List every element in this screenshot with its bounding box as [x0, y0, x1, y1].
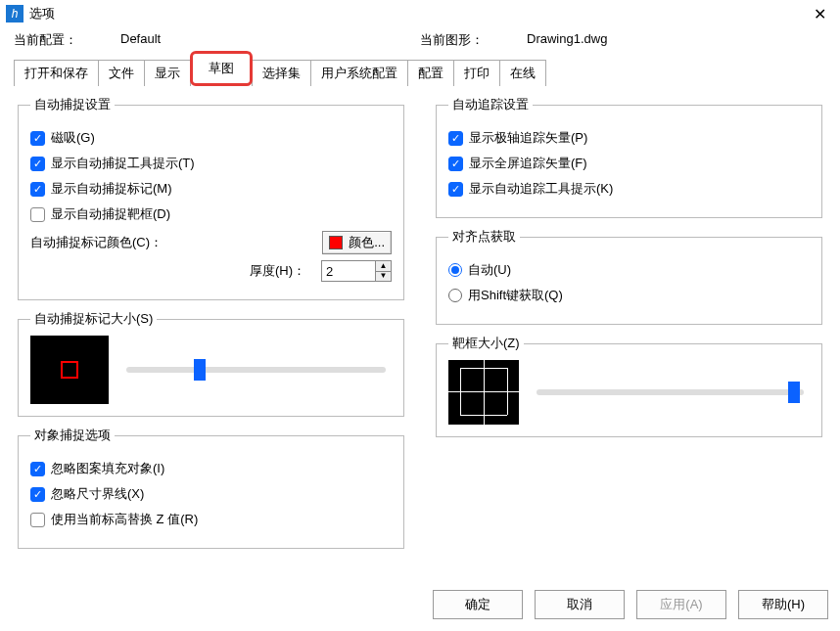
- ignore-dim-checkbox[interactable]: [30, 487, 45, 502]
- thickness-spinbox[interactable]: ▲▼: [321, 260, 392, 282]
- marker-preview-icon: [61, 361, 78, 379]
- thickness-down[interactable]: ▼: [376, 272, 391, 282]
- current-config-label: 当前配置：: [14, 31, 77, 49]
- marker-size-slider[interactable]: [126, 367, 386, 373]
- marker-size-preview: [30, 336, 109, 404]
- target-size-group: 靶框大小(Z): [436, 335, 822, 437]
- current-drawing-label: 当前图形：: [420, 31, 484, 49]
- tab-print[interactable]: 打印: [453, 60, 500, 86]
- window-title: 选项: [29, 5, 805, 23]
- fullscreen-track-label: 显示全屏追踪矢量(F): [469, 155, 587, 172]
- tab-open-save[interactable]: 打开和保存: [14, 60, 99, 86]
- thickness-up[interactable]: ▲: [376, 261, 391, 272]
- tab-sketch[interactable]: 草图: [190, 51, 253, 86]
- thickness-label: 厚度(H)：: [30, 262, 321, 280]
- help-button[interactable]: 帮助(H): [738, 590, 828, 619]
- elev-z-checkbox[interactable]: [30, 513, 45, 527]
- marker-size-thumb[interactable]: [194, 359, 206, 381]
- ignore-hatch-label: 忽略图案填充对象(I): [51, 460, 164, 477]
- autosnap-target-checkbox[interactable]: [30, 207, 45, 222]
- autotrack-legend: 自动追踪设置: [448, 96, 533, 113]
- ignore-hatch-checkbox[interactable]: [30, 462, 45, 476]
- target-size-preview: [448, 360, 519, 425]
- align-auto-radio[interactable]: [448, 263, 462, 277]
- marker-size-group: 自动捕捉标记大小(S): [18, 310, 404, 417]
- tab-online[interactable]: 在线: [499, 60, 546, 86]
- autosnap-marker-label: 显示自动捕捉标记(M): [51, 180, 172, 198]
- autotrack-group: 自动追踪设置 显示极轴追踪矢量(P) 显示全屏追踪矢量(F) 显示自动追踪工具提…: [436, 96, 822, 218]
- ok-button[interactable]: 确定: [433, 590, 523, 619]
- target-size-slider[interactable]: [537, 389, 804, 395]
- object-snap-group: 对象捕捉选项 忽略图案填充对象(I) 忽略尺寸界线(X) 使用当前标高替换 Z …: [18, 427, 404, 549]
- marker-color-button[interactable]: 颜色...: [322, 231, 392, 254]
- fullscreen-track-checkbox[interactable]: [448, 157, 463, 171]
- apply-button[interactable]: 应用(A): [636, 590, 726, 619]
- marker-color-label: 自动捕捉标记颜色(C)：: [30, 234, 322, 251]
- close-button[interactable]: ✕: [805, 2, 834, 25]
- autosnap-marker-checkbox[interactable]: [30, 182, 45, 197]
- tab-selection[interactable]: 选择集: [252, 60, 311, 86]
- align-shift-radio[interactable]: [448, 289, 462, 302]
- align-auto-label: 自动(U): [468, 261, 511, 279]
- autosnap-target-label: 显示自动捕捉靶框(D): [51, 205, 170, 223]
- autosnap-group: 自动捕捉设置 磁吸(G) 显示自动捕捉工具提示(T) 显示自动捕捉标记(M) 显…: [18, 96, 404, 300]
- align-shift-label: 用Shift键获取(Q): [468, 287, 563, 304]
- app-icon: h: [6, 5, 23, 23]
- alignment-legend: 对齐点获取: [448, 228, 520, 246]
- target-size-legend: 靶框大小(Z): [448, 335, 524, 352]
- ignore-dim-label: 忽略尺寸界线(X): [51, 485, 144, 503]
- cancel-button[interactable]: 取消: [535, 590, 625, 619]
- autosnap-tooltip-label: 显示自动捕捉工具提示(T): [51, 155, 195, 172]
- current-config-value: Default: [120, 31, 161, 49]
- current-drawing-value: Drawing1.dwg: [527, 31, 607, 49]
- alignment-group: 对齐点获取 自动(U) 用Shift键获取(Q): [436, 228, 822, 325]
- object-snap-legend: 对象捕捉选项: [30, 427, 115, 444]
- color-swatch-icon: [329, 236, 343, 249]
- tab-file[interactable]: 文件: [98, 60, 145, 86]
- autotrack-tooltip-checkbox[interactable]: [448, 182, 463, 197]
- elev-z-label: 使用当前标高替换 Z 值(R): [51, 511, 198, 528]
- marker-color-text: 颜色...: [349, 234, 385, 251]
- polar-track-checkbox[interactable]: [448, 131, 463, 146]
- autosnap-legend: 自动捕捉设置: [30, 96, 115, 113]
- tab-config[interactable]: 配置: [407, 60, 454, 86]
- tab-display[interactable]: 显示: [144, 60, 191, 86]
- autotrack-tooltip-label: 显示自动追踪工具提示(K): [469, 180, 613, 198]
- magnet-checkbox[interactable]: [30, 131, 45, 146]
- target-size-thumb[interactable]: [788, 382, 800, 403]
- polar-track-label: 显示极轴追踪矢量(P): [469, 129, 587, 147]
- tab-user-system[interactable]: 用户系统配置: [310, 60, 408, 86]
- thickness-input[interactable]: [322, 261, 375, 281]
- autosnap-tooltip-checkbox[interactable]: [30, 157, 45, 171]
- marker-size-legend: 自动捕捉标记大小(S): [30, 310, 157, 328]
- magnet-label: 磁吸(G): [51, 129, 95, 147]
